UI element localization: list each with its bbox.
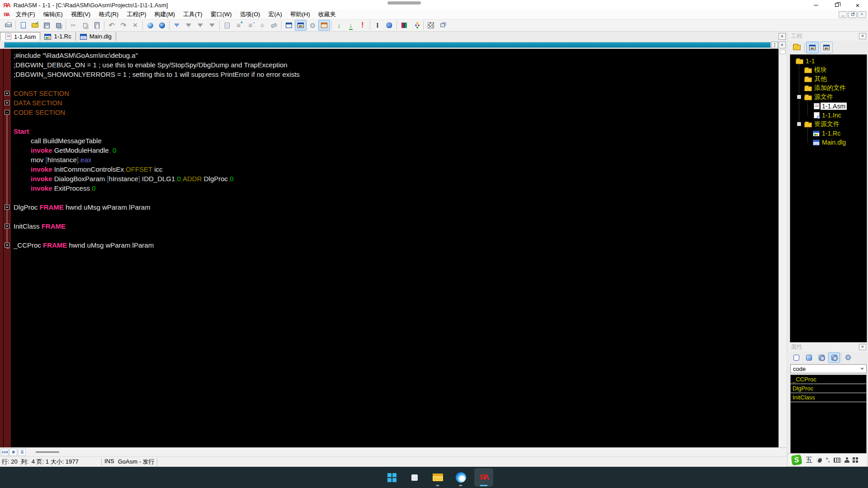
procedure-item-ccproc[interactable]: _CCProc	[791, 375, 866, 384]
sogou-logo-icon[interactable]: S	[791, 455, 802, 466]
tree-item-添加的文件[interactable]: 添加的文件	[790, 84, 867, 93]
line-number-toggle-icon[interactable]: 123	[1, 449, 9, 456]
taskbar-start-button[interactable]	[382, 468, 401, 487]
editor-vertical-scrollbar[interactable]	[778, 49, 787, 447]
menu-item-7[interactable]: 工具(T)	[179, 10, 207, 19]
menu-item-3[interactable]: 视图(V)	[67, 10, 94, 19]
indent-decrease-button[interactable]	[245, 20, 256, 31]
resource-editor-button[interactable]	[295, 20, 307, 31]
tree-item-main-dlg[interactable]: Main.dlg	[790, 138, 867, 147]
text-cursor-button[interactable]	[372, 20, 383, 31]
tools-button[interactable]	[307, 20, 318, 31]
tree-item-资源文件[interactable]: -资源文件	[790, 120, 867, 129]
find-in-files-button[interactable]	[156, 20, 168, 31]
menu-item-6[interactable]: 构建(M)	[151, 10, 179, 19]
find-button[interactable]	[144, 20, 156, 31]
props-filled-button[interactable]	[803, 352, 815, 363]
file-view-button[interactable]	[820, 42, 833, 53]
tree-item-模块[interactable]: 模块	[790, 66, 867, 75]
menu-item-9[interactable]: 选项(O)	[236, 10, 264, 19]
tree-item-源文件[interactable]: -源文件	[790, 93, 867, 102]
open-project-button[interactable]	[790, 42, 803, 53]
taskbar-file-explorer-button[interactable]	[428, 468, 447, 487]
menu-item-12[interactable]: 收藏夹	[314, 10, 340, 19]
fold-expand-icon[interactable]: +	[5, 243, 9, 248]
fold-collapse-icon[interactable]: -	[5, 110, 9, 115]
procedure-item-dlgproc[interactable]: DlgProc	[791, 384, 866, 393]
mdi-child-icon[interactable]: ЯA	[4, 12, 9, 17]
fold-expand-icon[interactable]: +	[5, 91, 9, 96]
menu-item-4[interactable]: 格式(R)	[94, 10, 123, 19]
cut-button[interactable]	[67, 20, 79, 31]
props-outline-button[interactable]	[790, 352, 802, 363]
menu-item-8[interactable]: 窗口(W)	[207, 10, 236, 19]
filter-3-button[interactable]	[194, 20, 206, 31]
erase-button[interactable]	[268, 20, 280, 31]
collapse-icon[interactable]: -	[797, 122, 801, 126]
procedure-item-initclass[interactable]: InitClass	[791, 393, 866, 402]
spinner-button[interactable]: ▴▾	[771, 42, 778, 48]
paragraph-marks-icon[interactable]: ≣	[9, 449, 17, 456]
tab-1-1-rc[interactable]: 1-1.Rc	[40, 32, 75, 41]
copy-button[interactable]	[79, 20, 91, 31]
stop-build-button[interactable]	[357, 20, 368, 31]
punctuation-icon[interactable]: °‚	[826, 457, 830, 463]
tree-item-1-1-rc[interactable]: 1-1.Rc	[790, 129, 867, 138]
paste-button[interactable]	[91, 20, 103, 31]
build-all-button[interactable]	[345, 20, 357, 31]
tab-bar-close-icon[interactable]: ×	[778, 33, 786, 40]
toolbox-icon[interactable]	[853, 457, 855, 460]
fold-expand-icon[interactable]: +	[5, 224, 9, 229]
fold-expand-icon[interactable]: +	[5, 100, 9, 105]
tree-item-1-1-asm[interactable]: 1-1.Asm	[790, 102, 867, 111]
mdi-minimize-button[interactable]	[839, 11, 847, 18]
properties-panel-close-icon[interactable]: ×	[859, 344, 866, 350]
filter-1-button[interactable]	[171, 20, 183, 31]
wrap-lines-icon[interactable]: ☰	[18, 449, 26, 456]
soft-keyboard-icon[interactable]	[834, 458, 841, 463]
mdi-close-button[interactable]: ×	[858, 11, 866, 18]
fold-expand-icon[interactable]: +	[5, 205, 9, 210]
indent-increase-button[interactable]	[233, 20, 245, 31]
filter-4-button[interactable]	[206, 20, 218, 31]
taskbar-task-view-button[interactable]	[405, 468, 424, 487]
scrollbar-thumb[interactable]	[780, 50, 786, 54]
code-editor[interactable]: ;#include "\RadASM\GoAsm\inc\debug.a";DB…	[0, 49, 778, 447]
menu-item-1[interactable]: 文件(F)	[12, 10, 39, 19]
close-button[interactable]: ×	[847, 0, 868, 10]
redo-button[interactable]	[118, 20, 129, 31]
color-bars-button[interactable]	[398, 20, 410, 31]
tree-item-其他[interactable]: 其他	[790, 75, 867, 84]
wubi-mode-label[interactable]: 五	[806, 456, 812, 465]
redo-all-button[interactable]	[129, 20, 141, 31]
grid-view-button[interactable]	[425, 20, 437, 31]
props-gear2-button[interactable]	[828, 352, 840, 363]
align-lines-button[interactable]	[256, 20, 268, 31]
addins-button[interactable]	[410, 20, 422, 31]
save-button[interactable]	[41, 20, 52, 31]
project-view-button[interactable]	[806, 42, 819, 53]
form-editor-button[interactable]	[318, 20, 330, 31]
section-combobox[interactable]: code	[790, 364, 867, 373]
tree-item-1-1-inc[interactable]: 1-1.Inc	[790, 111, 867, 120]
tab-main-dlg[interactable]: Main.dlg	[76, 32, 116, 41]
menu-item-2[interactable]: 编辑(E)	[39, 10, 66, 19]
horizontal-scrollbar-thumb[interactable]	[36, 451, 59, 453]
print-button[interactable]	[2, 20, 14, 31]
output-bar-close-icon[interactable]: ×	[778, 42, 786, 48]
minimize-button[interactable]	[806, 0, 826, 10]
tab-1-1-asm[interactable]: 1-1.Asm	[0, 32, 40, 41]
taskbar-radasm-button[interactable]: ЯA	[474, 468, 493, 487]
props-sync-button[interactable]	[842, 352, 854, 363]
code-template-button[interactable]	[383, 20, 395, 31]
block-copy-button[interactable]	[221, 20, 233, 31]
collapse-icon[interactable]: -	[797, 95, 801, 99]
project-panel-close-icon[interactable]: ×	[859, 33, 866, 39]
menu-item-10[interactable]: 宏(A)	[264, 10, 286, 19]
open-file-button[interactable]	[29, 20, 41, 31]
cascade-windows-button[interactable]	[437, 20, 448, 31]
tree-item-1-1[interactable]: 1-1	[790, 56, 867, 66]
props-gear-button[interactable]	[816, 352, 827, 363]
menu-item-11[interactable]: 帮助(H)	[286, 10, 314, 19]
assemble-button[interactable]	[333, 20, 345, 31]
